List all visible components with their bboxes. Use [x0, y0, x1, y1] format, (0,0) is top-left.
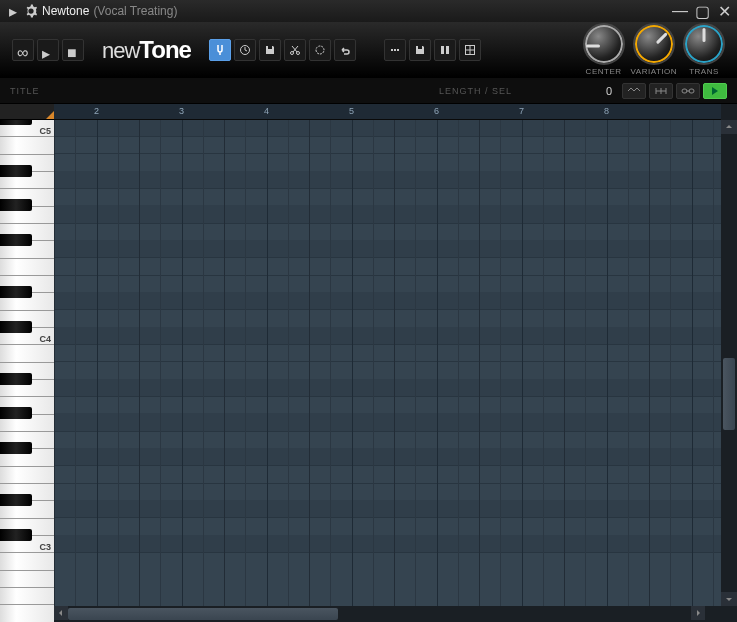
piano-roll: C5C4C3 [0, 104, 54, 622]
black-key[interactable] [0, 442, 32, 454]
loop-button[interactable]: ∞ [12, 39, 34, 61]
titlebar: ▸ Newtone (Vocal Treating) — ▢ ✕ [0, 0, 737, 22]
black-key[interactable] [0, 321, 32, 333]
svg-rect-3 [391, 49, 393, 51]
grid-b-icon[interactable] [459, 39, 481, 61]
ruler-mark: 4 [264, 106, 269, 116]
center-knob-unit: CENTER [583, 23, 625, 76]
scrollbar-vertical [721, 104, 737, 622]
scroll-down-button[interactable] [721, 592, 737, 606]
scroll-left-button[interactable] [54, 606, 68, 620]
window-subtitle: (Vocal Treating) [93, 4, 177, 18]
black-key[interactable] [0, 234, 32, 246]
scroll-h-track[interactable] [68, 606, 691, 622]
scroll-v-track[interactable] [721, 134, 737, 592]
piano-corner [0, 104, 54, 120]
center-knob-label: CENTER [586, 67, 622, 76]
black-key[interactable] [0, 494, 32, 506]
ruler-mark: 6 [434, 106, 439, 116]
scrollbar-horizontal [54, 606, 705, 622]
black-key[interactable] [0, 165, 32, 177]
scroll-up-button[interactable] [721, 120, 737, 134]
grid-area: 2345678 [54, 104, 721, 622]
toolbar: ∞ ▸ ■ newTone CENTER [0, 22, 737, 78]
trans-knob-label: TRANS [689, 67, 719, 76]
send-icon[interactable] [409, 39, 431, 61]
window-title: Newtone [42, 4, 89, 18]
length-value: 0 [552, 85, 612, 97]
mode-link-icon[interactable] [676, 83, 700, 99]
undo-icon[interactable] [334, 39, 356, 61]
piano-keys[interactable]: C5C4C3 [0, 120, 54, 622]
ruler-mark: 2 [94, 106, 99, 116]
time-ruler[interactable]: 2345678 [54, 104, 721, 120]
workspace: C5C4C3 2345678 [0, 104, 737, 622]
save-icon[interactable] [259, 39, 281, 61]
knobs-group: CENTER VARIATION TRANS [583, 23, 725, 76]
black-key[interactable] [0, 407, 32, 419]
grid-a-icon[interactable] [434, 39, 456, 61]
black-key[interactable] [0, 286, 32, 298]
tuning-fork-icon[interactable] [209, 39, 231, 61]
black-key[interactable] [0, 373, 32, 385]
black-key[interactable] [0, 120, 32, 125]
snap-icon[interactable] [384, 39, 406, 61]
scroll-right-button[interactable] [691, 606, 705, 620]
length-label: LENGTH / SEL [439, 86, 512, 96]
loop-select-icon[interactable] [309, 39, 331, 61]
ruler-mark: 7 [519, 106, 524, 116]
minimize-button[interactable]: — [673, 4, 687, 18]
mode-buttons [622, 83, 727, 99]
info-row: TITLE LENGTH / SEL 0 [0, 78, 737, 104]
variation-knob-unit: VARIATION [631, 23, 677, 76]
bottom-scroll-row [54, 606, 721, 622]
newtone-logo: newTone [102, 36, 191, 64]
clock-icon[interactable] [234, 39, 256, 61]
svg-rect-5 [397, 49, 399, 51]
svg-rect-4 [394, 49, 396, 51]
newtone-window: ▸ Newtone (Vocal Treating) — ▢ ✕ ∞ ▸ ■ n… [0, 0, 737, 622]
play-button[interactable]: ▸ [37, 39, 59, 61]
title-label: TITLE [10, 86, 40, 96]
edit-tools-group [209, 39, 356, 61]
cut-icon[interactable] [284, 39, 306, 61]
trans-knob-unit: TRANS [683, 23, 725, 76]
pitch-grid[interactable] [54, 120, 721, 606]
close-button[interactable]: ✕ [717, 4, 731, 18]
scroll-v-thumb[interactable] [723, 358, 735, 430]
svg-rect-6 [441, 46, 444, 54]
mode-pitch-icon[interactable] [622, 83, 646, 99]
variation-knob-label: VARIATION [631, 67, 677, 76]
collapse-icon[interactable]: ▸ [6, 4, 20, 18]
gear-icon[interactable] [24, 4, 38, 18]
black-key[interactable] [0, 529, 32, 541]
mode-play-icon[interactable] [703, 83, 727, 99]
view-tools-group [384, 39, 481, 61]
center-knob[interactable] [583, 23, 625, 65]
ruler-mark: 3 [179, 106, 184, 116]
scroll-h-thumb[interactable] [68, 608, 338, 620]
stop-button[interactable]: ■ [62, 39, 84, 61]
ruler-mark: 5 [349, 106, 354, 116]
titlebar-left: ▸ Newtone (Vocal Treating) [6, 4, 177, 18]
key-label: C3 [39, 542, 51, 621]
svg-rect-7 [446, 46, 449, 54]
black-key[interactable] [0, 199, 32, 211]
maximize-button[interactable]: ▢ [695, 4, 709, 18]
ruler-mark: 8 [604, 106, 609, 116]
scrollbar-corner [705, 606, 721, 622]
transport-group: ∞ ▸ ■ [12, 39, 84, 61]
trans-knob[interactable] [683, 23, 725, 65]
variation-knob[interactable] [633, 23, 675, 65]
mode-warp-icon[interactable] [649, 83, 673, 99]
